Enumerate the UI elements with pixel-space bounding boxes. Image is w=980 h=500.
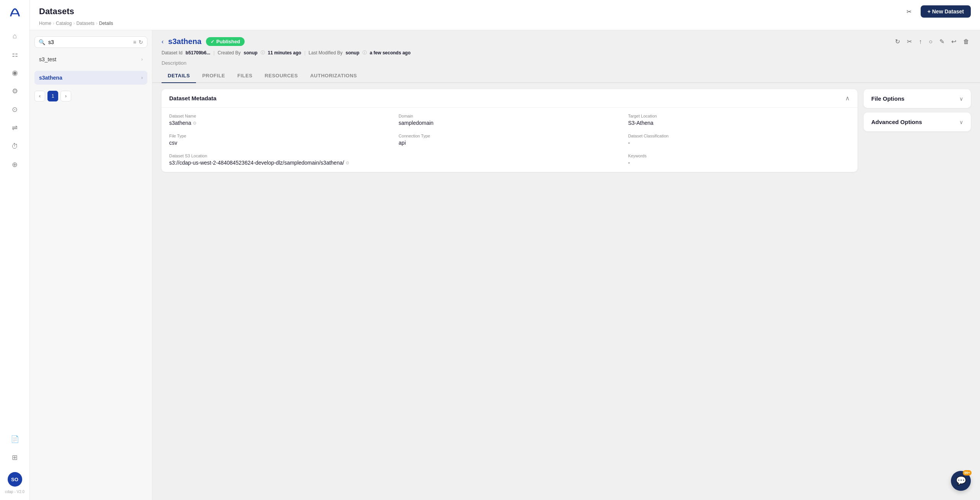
right-content: ‹ s3athena Published ↻ ✂ ↑ ○ ✎ ↩ 🗑 Datas… — [152, 30, 980, 500]
modified-info-icon: ⓘ — [363, 50, 367, 56]
prev-page-button[interactable]: ‹ — [34, 91, 45, 101]
list-item-s3test[interactable]: s3_test › — [34, 52, 147, 66]
breadcrumb-catalog[interactable]: Catalog — [56, 21, 72, 26]
file-options-chevron: ∨ — [959, 96, 963, 102]
search-bar: 🔍 ≡ ↻ — [34, 36, 147, 48]
history-nav-icon[interactable]: ⏱ — [7, 138, 23, 155]
sidebar: ⌂ ⚏ ◉ ⚙ ⊙ ⇌ ⏱ ⊕ 📄 ⊞ SO cdap - V2.0 — [0, 0, 30, 500]
field-label: Dataset Classification — [628, 134, 850, 138]
field-domain: Domain sampledomain — [399, 114, 620, 126]
list-item-chevron: › — [141, 57, 143, 62]
created-by-value: sonup — [244, 50, 258, 56]
field-label: Dataset S3 Location — [169, 154, 621, 158]
app-logo[interactable] — [7, 5, 23, 21]
field-label: File Type — [169, 134, 391, 138]
field-value: sampledomain — [399, 120, 620, 126]
settings-nav-icon[interactable]: ⚙ — [7, 83, 23, 100]
right-cards: File Options ∨ Advanced Options ∨ — [864, 89, 971, 494]
created-info-icon: ⓘ — [261, 50, 265, 56]
edit-icon[interactable]: ✎ — [938, 36, 946, 47]
card-body: Dataset Name s3athena ⊙ Domain sampledom… — [162, 108, 858, 172]
dataset-id-value: b51709b6... — [186, 50, 211, 56]
search-input[interactable] — [48, 39, 130, 45]
filter-icon[interactable]: ≡ — [133, 39, 136, 45]
refresh-search-icon[interactable]: ↻ — [139, 39, 143, 45]
circle-icon[interactable]: ○ — [927, 37, 934, 47]
field-label: Domain — [399, 114, 620, 118]
advanced-options-title: Advanced Options — [871, 119, 922, 125]
refresh-icon[interactable]: ↻ — [893, 36, 902, 47]
filter-nav-icon[interactable]: ⚏ — [7, 46, 23, 63]
field-target-location: Target Location S3-Athena — [628, 114, 850, 126]
field-classification: Dataset Classification - — [628, 134, 850, 146]
tab-details[interactable]: DETAILS — [162, 69, 196, 83]
tab-resources[interactable]: RESOURCES — [258, 69, 304, 83]
description-label: Description — [162, 60, 186, 66]
field-label: Keywords — [628, 154, 850, 158]
next-page-button[interactable]: › — [60, 91, 71, 101]
back-button[interactable]: ‹ — [162, 38, 163, 45]
upload-icon[interactable]: ↑ — [917, 37, 923, 47]
doc-nav-icon[interactable]: 📄 — [7, 431, 23, 448]
collapse-icon[interactable]: ∧ — [845, 95, 850, 102]
advanced-options-header[interactable]: Advanced Options ∨ — [864, 113, 971, 131]
delete-icon[interactable]: 🗑 — [962, 37, 971, 47]
storage-nav-icon[interactable]: ⊕ — [7, 156, 23, 173]
meta-row: Dataset Id b51709b6... | Created By sonu… — [152, 47, 980, 59]
new-dataset-button[interactable]: + New Dataset — [921, 5, 971, 18]
copy-icon[interactable]: ⊙ — [193, 121, 196, 126]
field-value: api — [399, 140, 620, 146]
field-file-type: File Type csv — [169, 134, 391, 146]
user-nav-icon[interactable]: ⊙ — [7, 101, 23, 118]
chat-button[interactable]: 💬 99+ — [951, 471, 971, 491]
modified-by-value: sonup — [346, 50, 359, 56]
field-value: S3-Athena — [628, 120, 850, 126]
field-keywords: Keywords - — [628, 154, 850, 166]
field-dataset-name: Dataset Name s3athena ⊙ — [169, 114, 391, 126]
tab-profile[interactable]: PROFILE — [196, 69, 231, 83]
flow-nav-icon[interactable]: ⇌ — [7, 119, 23, 136]
search-icon: 🔍 — [39, 39, 45, 45]
description-row: Description — [152, 59, 980, 69]
tab-authorizations[interactable]: AUTHORIZATIONS — [304, 69, 363, 83]
content-area: 🔍 ≡ ↻ s3_test › s3athena › ‹ 1 › — [30, 30, 980, 500]
card-title: Dataset Metadata — [169, 95, 216, 101]
home-nav-icon[interactable]: ⌂ — [7, 28, 23, 44]
top-header: Datasets ✂ + New Dataset Home › Catalog … — [30, 0, 980, 30]
field-connection-type: Connection Type api — [399, 134, 620, 146]
group-nav-icon[interactable]: ◉ — [7, 64, 23, 81]
undo-icon[interactable]: ↩ — [950, 36, 958, 47]
created-time: 11 minutes ago — [268, 50, 301, 56]
copy-s3-icon[interactable]: ⊙ — [346, 160, 349, 165]
field-value: s3://cdap-us-west-2-484084523624-develop… — [169, 160, 621, 166]
field-s3-location: Dataset S3 Location s3://cdap-us-west-2-… — [169, 154, 621, 166]
file-options-title: File Options — [871, 95, 905, 102]
tab-files[interactable]: FILES — [231, 69, 258, 83]
advanced-options-chevron: ∨ — [959, 119, 963, 125]
field-value: csv — [169, 140, 391, 146]
field-label: Target Location — [628, 114, 850, 118]
wrench-button[interactable]: ✂ — [902, 5, 916, 18]
chat-icon: 💬 — [956, 476, 966, 486]
list-item-label: s3_test — [39, 56, 56, 62]
breadcrumb-datasets[interactable]: Datasets — [76, 21, 94, 26]
file-options-header[interactable]: File Options ∨ — [864, 89, 971, 108]
breadcrumb-details: Details — [99, 21, 113, 26]
dataset-id-label: Dataset Id — [162, 50, 183, 56]
list-item-chevron: › — [141, 75, 143, 80]
pagination: ‹ 1 › — [34, 89, 147, 103]
breadcrumb-home[interactable]: Home — [39, 21, 51, 26]
dataset-name: s3athena — [168, 37, 201, 46]
breadcrumb: Home › Catalog › Datasets › Details — [39, 21, 971, 30]
top-actions: ✂ + New Dataset — [902, 5, 971, 18]
field-value: - — [628, 160, 850, 166]
page-1-button[interactable]: 1 — [47, 91, 58, 101]
grid-nav-icon[interactable]: ⊞ — [7, 449, 23, 466]
card-header: Dataset Metadata ∧ — [162, 89, 858, 108]
user-avatar[interactable]: SO — [8, 472, 22, 487]
dataset-title-row: ‹ s3athena Published — [162, 37, 245, 46]
cut-icon[interactable]: ✂ — [905, 36, 913, 47]
page-title: Datasets — [39, 7, 74, 16]
list-item-s3athena[interactable]: s3athena › — [34, 71, 147, 85]
advanced-options-card: Advanced Options ∨ — [864, 113, 971, 131]
